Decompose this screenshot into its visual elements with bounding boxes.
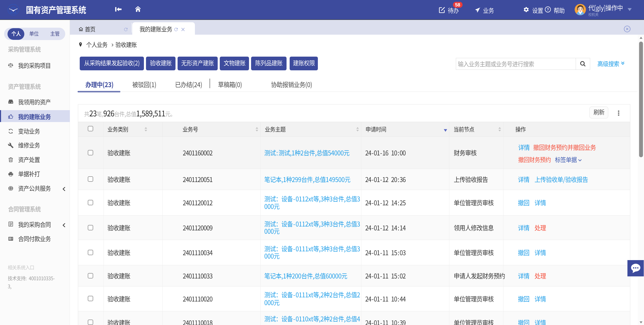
svg-text:?: ?: [547, 7, 549, 11]
